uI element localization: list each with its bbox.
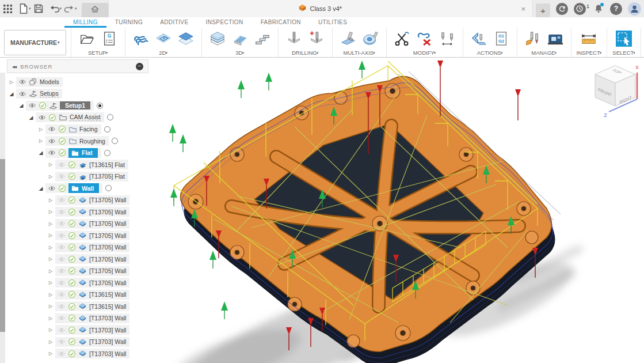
toolbar-group-label[interactable]: 3D▾ [235,50,244,56]
tree-row-cam-assist[interactable]: ◢CAM Assist [7,112,151,124]
visibility-eye-icon[interactable] [48,149,56,157]
tree-row-t13705-wall[interactable]: ▷[T13705] Wall [7,241,151,254]
document-tab[interactable]: Class 3 v4* × [108,0,533,17]
collapse-panel-icon[interactable]: ◀◀ [12,65,16,69]
expand-arrow-icon[interactable]: ▷ [47,233,54,238]
drill-add-button[interactable] [306,29,327,48]
expand-arrow-icon[interactable]: ▷ [47,304,54,309]
active-setup-radio-icon[interactable] [97,103,103,109]
visibility-eye-icon[interactable] [58,243,66,251]
expand-arrow-icon[interactable]: ▷ [47,245,54,250]
delete-passes-button[interactable] [414,29,435,48]
tree-row-roughing[interactable]: ▷Roughing [7,135,151,148]
avatar-icon[interactable] [628,2,641,16]
visibility-eye-icon[interactable] [48,184,56,192]
tree-row-t13703-wall[interactable]: ▷[T13703] Wall [7,348,151,360]
expand-arrow-icon[interactable]: ▷ [47,162,54,167]
tab-fabrication[interactable]: FABRICATION [252,17,310,28]
trim-toolpath-button[interactable] [392,29,413,48]
operation-radio-icon[interactable] [105,185,112,191]
browser-scrollbar[interactable] [0,73,5,363]
notifications-icon[interactable] [592,3,604,15]
post-process-button[interactable]: G1G2 [491,29,512,48]
expand-arrow-icon[interactable]: ▷ [8,80,15,85]
tree-row-models[interactable]: ▷Models [7,76,151,88]
visibility-eye-icon[interactable] [58,338,66,346]
job-status-icon[interactable] [574,3,586,15]
visibility-eye-icon[interactable] [58,255,66,263]
operation-radio-icon[interactable] [112,138,118,144]
visibility-eye-icon[interactable] [58,196,66,204]
tab-inspection[interactable]: INSPECTION [197,17,252,28]
tree-row-t13705-wall[interactable]: ▷[T13705] Wall [7,254,151,266]
expand-arrow-icon[interactable]: ▷ [47,209,54,214]
tree-row-setups[interactable]: ◢Setups [7,88,151,100]
visibility-eye-icon[interactable] [48,125,56,133]
expand-arrow-icon[interactable]: ▷ [47,221,54,226]
pocket2d-button[interactable] [153,29,174,48]
tree-row-wall[interactable]: ◢Wall [7,183,151,195]
tree-row-t13615-flat[interactable]: ▷[T13615] Flat [7,159,151,171]
machine-library-button[interactable] [545,29,566,48]
close-tab-icon[interactable]: × [521,5,525,13]
tab-milling[interactable]: MILLING [64,17,106,28]
operation-radio-icon[interactable] [104,150,110,156]
visibility-eye-icon[interactable] [58,172,66,180]
expand-arrow-icon[interactable]: ▷ [47,327,54,332]
cam-toolpath-scene[interactable]: TOP FRONT RIGHT X Z [151,58,644,363]
scrollbar-thumb[interactable] [0,159,5,332]
expand-arrow-icon[interactable]: ▷ [47,269,54,274]
tab-additive[interactable]: ADDITIVE [151,17,197,28]
setup-button[interactable] [77,29,97,48]
visibility-eye-icon[interactable] [28,101,36,109]
visibility-eye-icon[interactable] [18,90,26,98]
measure-button[interactable] [578,29,599,48]
adaptive2d-button[interactable] [131,29,151,48]
visibility-eye-icon[interactable] [58,220,66,228]
viewport[interactable]: TOP FRONT RIGHT X Z [151,58,644,363]
move-toolpath-button[interactable] [437,29,458,48]
expand-arrow-icon[interactable]: ▷ [37,138,44,143]
tree-row-t13705-wall[interactable]: ▷[T13705] Wall [7,194,151,206]
tree-row-t13703-wall[interactable]: ▷[T13703] Wall [7,312,151,324]
toolbar-group-label[interactable]: MANAGE▾ [531,50,557,56]
nc-program-button[interactable]: G [99,29,120,48]
simulate-button[interactable] [468,29,489,48]
expand-arrow-icon[interactable]: ▷ [47,339,54,345]
tree-row-setup1[interactable]: ◢Setup1 [7,100,151,112]
tab-turning[interactable]: TURNING [106,17,151,28]
expand-arrow-icon[interactable]: ▷ [47,280,54,285]
tree-row-t13705-wall[interactable]: ▷[T13705] Wall [7,218,151,230]
visibility-eye-icon[interactable] [58,161,66,169]
expand-arrow-icon[interactable]: ▷ [47,256,54,262]
rotary-button[interactable] [360,29,381,48]
visibility-eye-icon[interactable] [58,350,66,358]
tree-row-t13615-wall[interactable]: ▷[T13615] Wall [7,289,151,301]
collapse-arrow-icon[interactable]: ◢ [37,186,44,191]
parallel-button[interactable] [230,29,250,48]
visibility-eye-icon[interactable] [58,279,66,287]
help-icon[interactable]: ? [610,3,622,15]
tree-row-facing[interactable]: ▷Facing [7,123,151,135]
tree-row-t13705-wall[interactable]: ▷[T13705] Wall [7,265,151,277]
tab-utilities[interactable]: UTILITIES [310,17,356,28]
collapse-arrow-icon[interactable]: ◢ [28,115,35,120]
visibility-eye-icon[interactable] [58,267,66,275]
expand-arrow-icon[interactable]: ▷ [47,174,54,179]
swarf-button[interactable] [338,29,359,48]
toolbar-group-label[interactable]: MULTI-AXIS▾ [344,50,375,56]
face-button[interactable] [176,29,196,48]
view-cube[interactable]: TOP FRONT RIGHT X Z [595,65,639,118]
tool-library-button[interactable] [523,29,543,48]
visibility-eye-icon[interactable] [58,232,66,240]
ramp-button[interactable] [252,29,273,48]
toolbar-group-label[interactable]: SELECT▾ [612,50,635,56]
toolbar-group-label[interactable]: 2D▾ [159,50,167,56]
adaptive3d-button[interactable] [207,29,228,48]
toolbar-group-label[interactable]: DRILLING▾ [292,50,318,56]
extensions-icon[interactable] [556,3,568,15]
add-tab-button[interactable]: + [536,3,550,17]
tree-row-t13705-wall[interactable]: ▷[T13705] Wall [7,206,151,218]
select-button[interactable] [613,29,634,48]
visibility-eye-icon[interactable] [58,290,66,298]
